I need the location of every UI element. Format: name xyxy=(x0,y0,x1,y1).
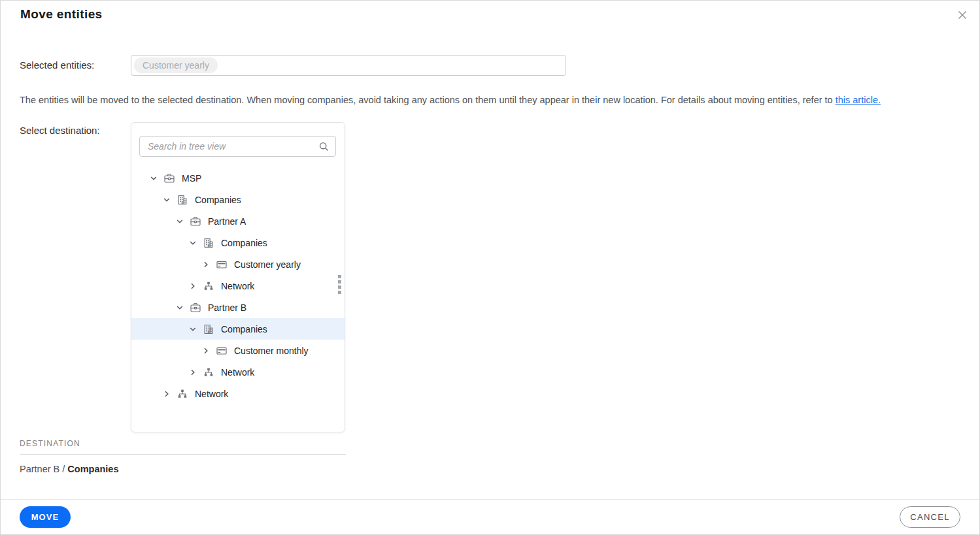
tree-scrollbar-thumb[interactable] xyxy=(338,275,341,294)
tree-node-label: Network xyxy=(221,367,254,378)
chevron-right-icon[interactable] xyxy=(201,259,211,270)
chevron-right-icon[interactable] xyxy=(188,281,198,291)
selected-entities-label: Selected entities: xyxy=(20,55,131,76)
network-icon xyxy=(203,280,214,292)
this-article-link[interactable]: this article. xyxy=(836,95,881,105)
tree-row[interactable]: Customer yearly xyxy=(131,253,345,275)
cancel-button[interactable]: CANCEL xyxy=(900,506,960,528)
chevron-down-icon[interactable] xyxy=(188,324,198,334)
close-icon xyxy=(956,9,968,21)
destination-divider xyxy=(20,454,346,455)
chevron-down-icon[interactable] xyxy=(175,216,185,227)
chevron-down-icon[interactable] xyxy=(175,302,185,313)
entity-chip: Customer yearly xyxy=(134,57,218,73)
selected-entities-row: Selected entities: Customer yearly xyxy=(1,55,979,76)
tree-node-label: MSP xyxy=(182,173,201,184)
chevron-right-icon[interactable] xyxy=(201,346,211,356)
chevron-right-icon[interactable] xyxy=(161,389,172,399)
tree-node-label: Partner B xyxy=(208,302,246,313)
partner-icon xyxy=(163,172,175,184)
description-body: The entities will be moved to the select… xyxy=(20,95,836,105)
tree-row[interactable]: Companies xyxy=(131,189,345,210)
dialog-header: Move entities xyxy=(1,1,979,23)
tree-node-label: Network xyxy=(195,389,228,399)
select-destination-label: Select destination: xyxy=(20,122,131,136)
chevron-down-icon[interactable] xyxy=(148,173,159,184)
tree-row[interactable]: Partner A xyxy=(131,210,345,232)
search-icon xyxy=(318,141,329,152)
companies-icon xyxy=(203,237,214,249)
destination-tree: MSPCompaniesPartner ACompaniesCustomer y… xyxy=(131,167,345,404)
chevron-right-icon[interactable] xyxy=(188,367,198,378)
chevron-down-icon[interactable] xyxy=(188,238,198,248)
tree-node-label: Partner A xyxy=(208,216,246,227)
dialog-footer: MOVE CANCEL xyxy=(1,499,979,534)
destination-heading: DESTINATION xyxy=(20,439,979,448)
destination-summary: DESTINATION Partner B / Companies xyxy=(20,439,979,474)
customer-icon xyxy=(216,259,228,270)
tree-row[interactable]: Customer monthly xyxy=(131,340,345,361)
destination-tree-panel: MSPCompaniesPartner ACompaniesCustomer y… xyxy=(131,122,345,432)
tree-row[interactable]: Partner B xyxy=(131,297,345,318)
tree-row[interactable]: Companies xyxy=(131,318,345,340)
tree-search-box xyxy=(139,136,336,157)
selected-entities-input[interactable]: Customer yearly xyxy=(131,55,566,76)
tree-node-label: Companies xyxy=(195,195,241,205)
description-text: The entities will be moved to the select… xyxy=(20,95,960,105)
tree-node-label: Customer yearly xyxy=(234,259,301,270)
tree-node-label: Customer monthly xyxy=(234,346,309,356)
dialog-title: Move entities xyxy=(20,7,960,22)
partner-icon xyxy=(190,216,201,227)
tree-row[interactable]: MSP xyxy=(131,167,345,189)
tree-node-label: Companies xyxy=(221,238,267,248)
network-icon xyxy=(203,366,214,378)
companies-icon xyxy=(177,194,188,206)
close-button[interactable] xyxy=(953,6,972,24)
move-entities-dialog: Move entities Selected entities: Custome… xyxy=(0,0,980,535)
tree-node-label: Companies xyxy=(221,324,267,334)
customer-icon xyxy=(216,345,228,357)
partner-icon xyxy=(190,302,201,314)
tree-row[interactable]: Network xyxy=(131,361,345,383)
tree-row[interactable]: Network xyxy=(131,383,345,404)
chevron-down-icon[interactable] xyxy=(161,195,172,205)
breadcrumb-current: Companies xyxy=(67,464,118,474)
tree-row[interactable]: Network xyxy=(131,275,345,297)
move-button[interactable]: MOVE xyxy=(20,506,71,528)
destination-breadcrumb: Partner B / Companies xyxy=(20,464,979,474)
tree-row[interactable]: Companies xyxy=(131,232,345,253)
breadcrumb-parent: Partner B xyxy=(20,464,59,474)
select-destination-row: Select destination: MSPCompaniesPartner … xyxy=(1,122,979,432)
network-icon xyxy=(177,388,188,400)
breadcrumb-separator: / xyxy=(59,464,67,474)
companies-icon xyxy=(203,323,214,335)
tree-search-input[interactable] xyxy=(148,141,318,152)
tree-node-label: Network xyxy=(221,281,254,291)
